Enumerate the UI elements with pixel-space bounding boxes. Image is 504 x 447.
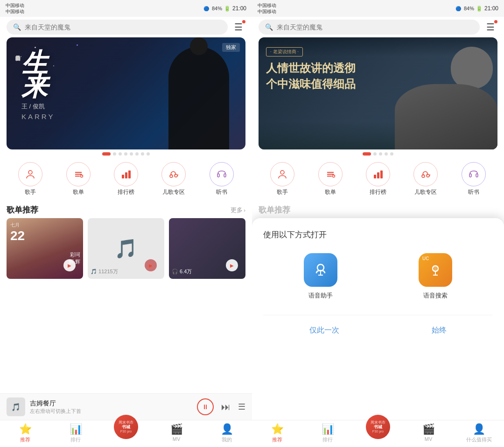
- section-header-right-faded: 歌单推荐: [252, 200, 504, 218]
- mini-player-info: 吉姆餐厅 左右滑动可切换上下首: [30, 399, 192, 415]
- cat-playlist[interactable]: 歌单: [54, 162, 102, 196]
- nav-recommend-r[interactable]: ⭐ 推荐: [252, 423, 302, 443]
- menu-button-left[interactable]: ☰: [231, 20, 245, 34]
- carrier-left: 中国移动 中国移动: [6, 2, 24, 14]
- search-input-right[interactable]: [277, 23, 473, 31]
- svg-rect-5: [122, 175, 124, 178]
- banner-silhouette: [152, 37, 245, 149]
- cat-audiobook-label: 听书: [216, 188, 227, 196]
- voice-assistant-label: 语音助手: [308, 291, 333, 300]
- nav-center-button-r[interactable]: 周末书市 书城 P30 pro: [366, 415, 390, 439]
- cat-audiobook-icon: [210, 162, 234, 186]
- cat-rank-r[interactable]: 排行榜: [354, 162, 402, 196]
- banner-right-text: · 老梁说情商 · 人情世故讲的透彻 个中滋味值得细品: [266, 47, 356, 92]
- nav-center-button[interactable]: 周末书市 书城 P30 pro: [114, 415, 138, 439]
- mini-song-subtitle: 左右滑动可切换上下首: [30, 408, 192, 415]
- nav-mine-label-r: 什么值得买: [466, 436, 492, 443]
- cat-rank-label-r: 排行榜: [370, 188, 386, 196]
- playlist-card-3[interactable]: 🎧 6.4万 ▶: [169, 218, 245, 279]
- cat-playlist-r[interactable]: 歌单: [306, 162, 354, 196]
- always-button[interactable]: 始终: [418, 322, 461, 339]
- nav-rank-icon-r: 📊: [322, 423, 334, 435]
- nav-mv[interactable]: 🎬 MV: [151, 423, 202, 443]
- cat-singer-icon: [18, 162, 42, 186]
- banner-title-line1: 人情世故讲的透彻: [266, 60, 356, 76]
- menu-button-right[interactable]: ☰: [483, 20, 497, 34]
- dot-r1: [363, 152, 371, 156]
- cat-rank[interactable]: 排行榜: [102, 162, 150, 196]
- open-with-apps: 语音助手 UC 语音搜索: [263, 253, 493, 300]
- banner-badge: · 老梁说情商 ·: [266, 47, 303, 57]
- nav-recommend-label-r: 推荐: [272, 436, 282, 443]
- cat-singer[interactable]: 歌手: [7, 162, 54, 196]
- nav-mv-label-r: MV: [425, 436, 433, 442]
- dot-6: [135, 152, 139, 156]
- pause-button[interactable]: ⏸: [197, 398, 214, 415]
- banner-left[interactable]: 独家 极致的温柔是爱的告白 生来 王 / 俊凯 KARRY: [7, 37, 245, 149]
- dot-r2: [373, 152, 377, 156]
- search-input-left[interactable]: [25, 23, 221, 31]
- banner-bg-right: · 老梁说情商 · 人情世故讲的透彻 个中滋味值得细品: [259, 37, 497, 149]
- status-right-left: 🔵 84% 🔋 21:00: [203, 5, 246, 12]
- nav-mine-icon-r: 👤: [473, 423, 485, 435]
- nav-rank-icon: 📊: [70, 423, 82, 435]
- playlist-card-1[interactable]: 七月 22 彩珂辉·辉 ▶: [7, 218, 83, 279]
- nav-rank[interactable]: 📊 排行: [50, 423, 101, 443]
- next-button[interactable]: ⏭: [221, 402, 231, 412]
- app-uc-search[interactable]: UC 语音搜索: [419, 253, 452, 300]
- nav-recommend[interactable]: ⭐ 推荐: [0, 423, 50, 443]
- nav-center[interactable]: 周末书市 书城 P30 pro: [101, 423, 151, 443]
- voice-assistant-icon: [304, 253, 337, 287]
- cat-singer-r[interactable]: 歌手: [259, 162, 306, 196]
- cat-audiobook[interactable]: 听书: [198, 162, 245, 196]
- nav-mine-icon: 👤: [221, 423, 233, 435]
- category-nav-right: 歌手 歌单 排行榜 儿歌专区 听书: [252, 158, 504, 200]
- dot-1: [102, 152, 111, 156]
- svg-rect-7: [128, 170, 131, 178]
- uc-search-label: 语音搜索: [423, 291, 448, 300]
- cat-playlist-label: 歌单: [73, 188, 84, 196]
- carrier-right: 中国移动 中国移动: [258, 2, 276, 14]
- nav-rank-r[interactable]: 📊 排行: [302, 423, 353, 443]
- cat-rank-icon-r: [366, 162, 390, 186]
- nav-mine[interactable]: 👤 我的: [202, 423, 252, 443]
- once-button[interactable]: 仅此一次: [295, 322, 353, 339]
- dot-3: [119, 152, 122, 156]
- mini-cover-art: 🎵: [7, 397, 25, 416]
- dot-5: [130, 152, 133, 156]
- play-icon-3: ▶: [226, 259, 238, 271]
- svg-rect-18: [374, 175, 376, 178]
- more-link-left[interactable]: 更多 ›: [231, 206, 245, 214]
- search-input-container-right[interactable]: 🔍: [259, 20, 480, 35]
- svg-point-21: [427, 174, 429, 177]
- search-input-container-left[interactable]: 🔍: [7, 20, 228, 35]
- section-header-left: 歌单推荐 更多 ›: [0, 200, 252, 218]
- dot-4: [124, 152, 127, 156]
- app-voice-assistant[interactable]: 语音助手: [304, 253, 337, 300]
- card-count-2: 🎵 11215万: [91, 268, 118, 275]
- nav-mine-r[interactable]: 👤 什么值得买: [454, 423, 504, 443]
- nav-mv-r[interactable]: 🎬 MV: [403, 423, 454, 443]
- cat-kids[interactable]: 儿歌专区: [150, 162, 197, 196]
- hamburger-icon-left: ☰: [234, 22, 243, 32]
- cat-audiobook-r[interactable]: 听书: [450, 162, 497, 196]
- nav-center-r[interactable]: 周末书市 书城 P30 pro: [353, 423, 403, 443]
- mini-cover-note-icon: 🎵: [11, 403, 21, 412]
- svg-point-0: [28, 170, 32, 174]
- cat-singer-label-r: 歌手: [277, 188, 288, 196]
- hamburger-icon-right: ☰: [486, 21, 495, 33]
- nav-recommend-icon-r: ⭐: [271, 423, 284, 435]
- notification-dot-left: [242, 20, 245, 23]
- banner-right[interactable]: · 老梁说情商 · 人情世故讲的透彻 个中滋味值得细品: [259, 37, 497, 149]
- cat-kids-r[interactable]: 儿歌专区: [402, 162, 449, 196]
- svg-rect-11: [217, 174, 219, 177]
- right-phone: 中国移动 中国移动 🔵 84% 🔋 21:00 🔍 ☰ · 老梁说情商 ·: [252, 0, 504, 447]
- cat-audiobook-icon-r: [462, 162, 486, 186]
- dot-2: [113, 152, 116, 156]
- playlist-button[interactable]: ☰: [238, 402, 245, 412]
- search-bar-left: 🔍 ☰: [7, 20, 245, 35]
- playlist-card-2[interactable]: 🎵 🎵 11215万 ▶: [88, 218, 164, 279]
- nav-recommend-label: 推荐: [20, 436, 30, 443]
- svg-rect-24: [469, 174, 471, 177]
- status-bar-right: 中国移动 中国移动 🔵 84% 🔋 21:00: [252, 0, 504, 17]
